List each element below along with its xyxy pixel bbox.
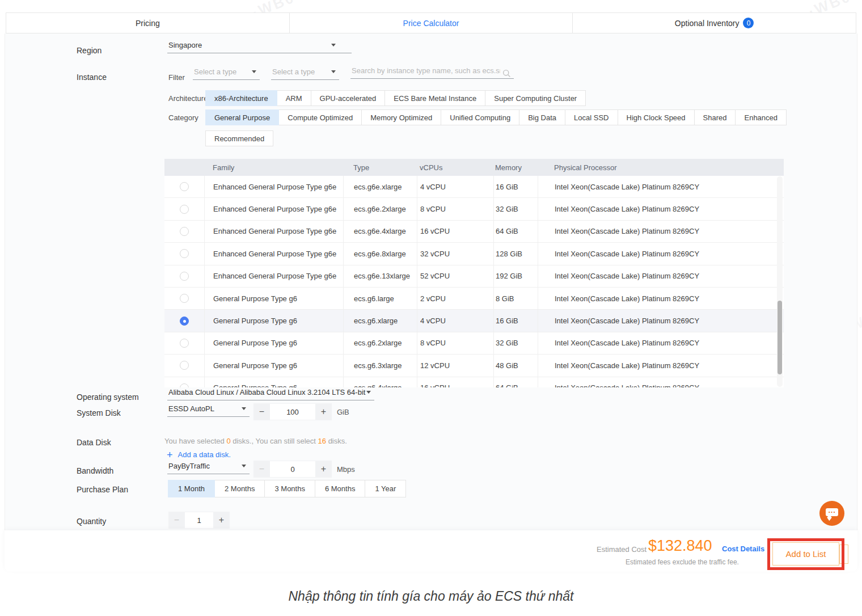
plus-button[interactable]: + bbox=[315, 461, 332, 478]
category-option[interactable]: High Clock Speed bbox=[618, 109, 695, 125]
purchase-plan-option[interactable]: 3 Months bbox=[264, 480, 315, 497]
estimated-cost-amount: $132.840 bbox=[648, 537, 712, 555]
radio-cell bbox=[164, 332, 204, 354]
table-row[interactable]: General Purpose Type g6ecs.g6.3xlarge12 … bbox=[164, 355, 784, 377]
quantity-value[interactable]: 1 bbox=[185, 512, 213, 529]
caret-down-icon bbox=[366, 391, 371, 394]
tab-pricing[interactable]: Pricing bbox=[6, 12, 290, 33]
chat-widget-button[interactable] bbox=[819, 501, 844, 526]
row-radio[interactable] bbox=[180, 383, 189, 387]
architecture-option[interactable]: ARM bbox=[277, 90, 311, 106]
table-row[interactable]: Enhanced General Purpose Type g6eecs.g6e… bbox=[164, 198, 784, 220]
column-header: Memory bbox=[493, 159, 538, 176]
table-cell: Intel Xeon(Cascade Lake) Platinum 8269CY bbox=[538, 221, 784, 242]
architecture-option[interactable]: Super Computing Cluster bbox=[485, 90, 586, 106]
region-select[interactable]: Singapore bbox=[167, 41, 352, 53]
column-header: Family bbox=[204, 159, 343, 176]
category-option[interactable]: Local SSD bbox=[565, 109, 618, 125]
table-cell: General Purpose Type g6 bbox=[204, 288, 343, 309]
category-option[interactable]: Enhanced bbox=[735, 109, 787, 125]
row-radio[interactable] bbox=[180, 205, 189, 214]
category-option[interactable]: Shared bbox=[694, 109, 736, 125]
radio-cell bbox=[164, 310, 204, 331]
table-cell: 8 GiB bbox=[493, 288, 538, 309]
table-row[interactable]: Enhanced General Purpose Type g6eecs.g6e… bbox=[164, 221, 784, 243]
bandwidth-type-select[interactable]: PayByTraffic bbox=[167, 462, 250, 474]
minus-button[interactable]: − bbox=[168, 512, 185, 529]
table-cell: 8 vCPU bbox=[417, 332, 493, 354]
table-cell: 12 vCPU bbox=[417, 355, 493, 376]
bandwidth-stepper: − 0 + bbox=[253, 461, 332, 478]
region-label: Region bbox=[77, 46, 102, 55]
instance-table-body: Enhanced General Purpose Type g6eecs.g6e… bbox=[164, 176, 784, 387]
radio-cell bbox=[164, 265, 204, 287]
instance-type-select-2[interactable]: Select a type bbox=[271, 67, 339, 80]
minus-button[interactable]: − bbox=[253, 403, 270, 420]
table-row[interactable]: Enhanced General Purpose Type g6eecs.g6e… bbox=[164, 176, 784, 198]
table-cell: Intel Xeon(Cascade Lake) Platinum 8269CY bbox=[538, 288, 784, 309]
purchase-plan-option[interactable]: 1 Month bbox=[168, 480, 215, 497]
tab-optional-inventory[interactable]: Optional Inventory 0 bbox=[572, 12, 856, 33]
architecture-option[interactable]: x86-Architecture bbox=[205, 90, 277, 106]
row-radio[interactable] bbox=[180, 339, 189, 348]
purchase-plan-option[interactable]: 2 Months bbox=[214, 480, 265, 497]
instance-search-input[interactable] bbox=[350, 66, 514, 79]
minus-button[interactable]: − bbox=[253, 461, 270, 478]
table-cell: 192 GiB bbox=[493, 265, 538, 287]
system-disk-label: System Disk bbox=[77, 408, 121, 417]
instance-type-select-1[interactable]: Select a type bbox=[193, 67, 260, 80]
row-radio[interactable] bbox=[180, 294, 189, 303]
table-cell: ecs.g6.4xlarge bbox=[343, 377, 417, 387]
cost-details-link[interactable]: Cost Details bbox=[722, 545, 764, 553]
plus-button[interactable]: + bbox=[213, 512, 230, 529]
row-radio[interactable] bbox=[180, 249, 189, 258]
category-option[interactable]: Recommended bbox=[205, 130, 273, 146]
table-cell: 128 GiB bbox=[493, 243, 538, 264]
table-row[interactable]: General Purpose Type g6ecs.g6.2xlarge8 v… bbox=[164, 332, 784, 355]
add-data-disk-button[interactable]: + Add a data disk. bbox=[167, 450, 231, 459]
instance-table-header: FamilyTypevCPUsMemoryPhysical Processor bbox=[164, 159, 784, 176]
category-option[interactable]: Unified Computing bbox=[441, 109, 519, 125]
category-label: Category bbox=[168, 113, 198, 122]
bandwidth-label: Bandwidth bbox=[77, 466, 113, 475]
select-placeholder: Select a type bbox=[272, 67, 315, 76]
table-row[interactable]: General Purpose Type g6ecs.g6.large2 vCP… bbox=[164, 288, 784, 310]
table-cell: General Purpose Type g6 bbox=[204, 310, 343, 331]
row-radio[interactable] bbox=[180, 317, 189, 326]
row-radio[interactable] bbox=[180, 272, 189, 281]
row-radio[interactable] bbox=[180, 182, 189, 191]
plus-button[interactable]: + bbox=[315, 403, 332, 420]
category-option[interactable]: Memory Optimized bbox=[361, 109, 441, 125]
os-select[interactable]: Alibaba Cloud Linux / Alibaba Cloud Linu… bbox=[167, 388, 374, 400]
caret-down-icon bbox=[252, 70, 256, 73]
info-text: disks., bbox=[231, 437, 256, 445]
caret-down-icon bbox=[242, 407, 246, 410]
table-cell: 4 vCPU bbox=[417, 176, 493, 197]
architecture-option[interactable]: ECS Bare Metal Instance bbox=[384, 90, 485, 106]
category-option[interactable]: Compute Optimized bbox=[278, 109, 362, 125]
table-cell: ecs.g6e.xlarge bbox=[343, 176, 417, 197]
table-scrollbar-thumb[interactable] bbox=[778, 301, 782, 374]
purchase-plan-option[interactable]: 6 Months bbox=[315, 480, 365, 497]
bandwidth-value[interactable]: 0 bbox=[270, 461, 315, 478]
table-row[interactable]: General Purpose Type g6ecs.g6.4xlarge16 … bbox=[164, 377, 784, 387]
tab-price-calculator[interactable]: Price Calculator bbox=[289, 12, 573, 33]
table-cell: Enhanced General Purpose Type g6e bbox=[204, 198, 343, 220]
table-row[interactable]: General Purpose Type g6ecs.g6.xlarge4 vC… bbox=[164, 310, 784, 332]
row-radio[interactable] bbox=[180, 361, 189, 370]
table-cell: 2 vCPU bbox=[417, 288, 493, 309]
category-option[interactable]: Big Data bbox=[519, 109, 565, 125]
chat-icon bbox=[826, 508, 838, 516]
purchase-plan-option[interactable]: 1 Year bbox=[365, 480, 406, 497]
category-option[interactable]: General Purpose bbox=[205, 109, 279, 125]
quantity-label: Quantity bbox=[77, 517, 106, 526]
row-radio[interactable] bbox=[180, 227, 189, 236]
table-cell: 16 vCPU bbox=[417, 377, 493, 387]
system-disk-type-select[interactable]: ESSD AutoPL bbox=[167, 404, 250, 417]
price-calculator-page: ··WB0 ·WB0 WB0 Pricing Price Calculator … bbox=[0, 0, 862, 616]
system-disk-size-value[interactable]: 100 bbox=[270, 403, 315, 420]
radio-cell bbox=[164, 176, 204, 197]
architecture-option[interactable]: GPU-accelerated bbox=[311, 90, 386, 106]
table-row[interactable]: Enhanced General Purpose Type g6eecs.g6e… bbox=[164, 243, 784, 265]
table-row[interactable]: Enhanced General Purpose Type g6eecs.g6e… bbox=[164, 265, 784, 288]
